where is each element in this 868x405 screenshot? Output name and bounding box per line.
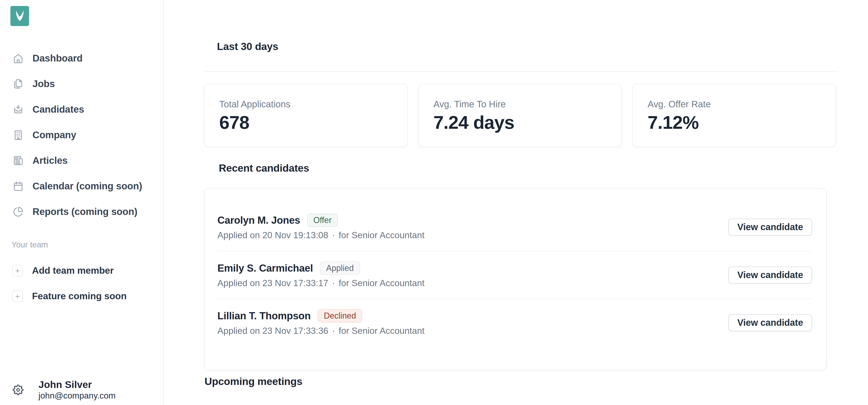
sidebar-item-label: Company [32,129,76,141]
add-team-member-button[interactable]: + Add team member [0,258,163,283]
stat-label: Avg. Time To Hire [433,99,612,110]
sidebar-item-dashboard[interactable]: Dashboard [0,45,163,71]
candidate-name: Carolyn M. Jones [217,214,300,226]
upcoming-meetings-heading: Upcoming meetings [205,375,838,387]
plus-icon: + [12,290,23,302]
stat-value: 678 [219,112,398,133]
sidebar-item-label: Articles [32,155,67,166]
user-block: John Silver john@company.com [12,378,116,401]
candidate-row: Lillian T. Thompson Declined Applied on … [217,299,812,346]
team-section: Your team + Add team member + Feature co… [0,240,163,309]
sidebar-item-label: Reports (coming soon) [32,206,137,217]
section-divider [204,71,838,72]
candidate-meta: Applied on 23 Nov 17:33:36 · for Senior … [217,325,425,336]
recent-candidates-heading: Recent candidates [219,162,838,174]
building-icon [12,129,24,141]
team-section-label: Your team [0,240,163,249]
newspaper-icon [12,155,24,166]
sidebar-item-label: Calendar (coming soon) [32,181,142,192]
user-email: john@company.com [38,391,116,401]
view-candidate-button[interactable]: View candidate [728,314,812,331]
view-candidate-button[interactable]: View candidate [728,219,812,236]
team-item-label: Add team member [32,265,114,276]
document-icon [12,78,24,90]
calendar-icon [12,180,24,192]
sidebar-item-reports[interactable]: Reports (coming soon) [0,199,163,224]
applied-timestamp: Applied on 23 Nov 17:33:36 [217,325,328,336]
dot-separator: · [332,278,335,288]
sidebar-item-articles[interactable]: Articles [0,148,163,173]
dot-separator: · [332,325,335,336]
stat-label: Total Applications [219,99,398,110]
user-name: John Silver [38,378,116,391]
sidebar-item-calendar[interactable]: Calendar (coming soon) [0,173,163,199]
status-badge: Offer [307,214,338,227]
team-item-label: Feature coming soon [32,291,127,302]
feature-coming-soon-button[interactable]: + Feature coming soon [0,283,163,309]
dot-separator: · [332,230,335,241]
stat-card-avg-time-to-hire: Avg. Time To Hire 7.24 days [418,84,622,147]
applied-timestamp: Applied on 23 Nov 17:33:17 [217,278,328,288]
view-candidate-button[interactable]: View candidate [728,267,812,284]
stat-label: Avg. Offer Rate [648,99,826,110]
period-heading: Last 30 days [217,40,838,53]
status-badge: Declined [318,309,362,322]
inbox-down-icon [12,103,24,116]
sidebar-item-company[interactable]: Company [0,122,163,148]
candidate-meta: Applied on 23 Nov 17:33:17 · for Senior … [217,278,425,288]
status-badge: Applied [320,261,360,275]
butterfly-logo-icon [13,8,27,24]
plus-icon: + [12,265,23,276]
app-root: Dashboard Jobs [0,0,868,405]
app-logo[interactable] [10,6,29,26]
applied-timestamp: Applied on 20 Nov 19:13:08 [217,230,328,241]
candidate-role: for Senior Accountant [339,230,425,241]
sidebar-item-jobs[interactable]: Jobs [0,71,163,96]
sidebar-nav: Dashboard Jobs [0,45,163,224]
candidate-meta: Applied on 20 Nov 19:13:08 · for Senior … [217,230,425,241]
candidate-name: Lillian T. Thompson [217,310,311,322]
candidate-role: for Senior Accountant [339,278,425,288]
stats-row: Total Applications 678 Avg. Time To Hire… [204,84,838,147]
gear-icon[interactable] [12,384,24,395]
candidate-role: for Senior Accountant [339,325,425,336]
candidate-row: Emily S. Carmichael Applied Applied on 2… [217,251,812,299]
candidate-name: Emily S. Carmichael [217,262,313,274]
sidebar-item-candidates[interactable]: Candidates [0,96,163,122]
sidebar-item-label: Jobs [32,78,55,89]
pie-chart-icon [12,206,24,218]
stat-value: 7.12% [648,112,826,133]
stat-card-total-applications: Total Applications 678 [204,84,408,147]
stat-card-avg-offer-rate: Avg. Offer Rate 7.12% [632,84,836,147]
recent-candidates-card: Carolyn M. Jones Offer Applied on 20 Nov… [204,188,827,370]
sidebar-item-label: Candidates [32,104,84,115]
main-content: Last 30 days Total Applications 678 Avg.… [163,0,868,405]
home-icon [12,52,24,64]
candidate-row: Carolyn M. Jones Offer Applied on 20 Nov… [217,203,812,251]
stat-value: 7.24 days [433,112,612,133]
sidebar-item-label: Dashboard [32,53,83,64]
sidebar: Dashboard Jobs [0,0,163,405]
